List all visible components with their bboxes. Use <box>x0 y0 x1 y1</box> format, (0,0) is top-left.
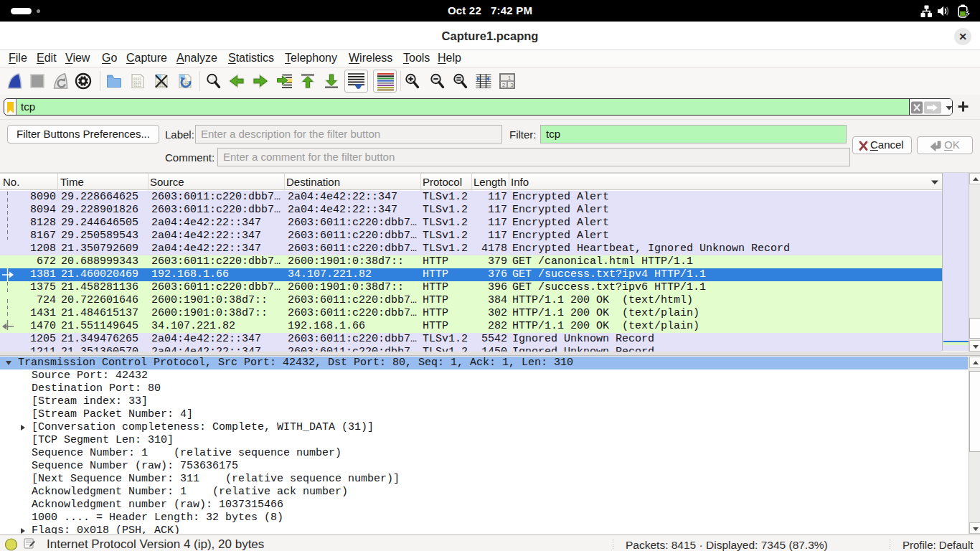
svg-text:0111: 0111 <box>133 84 141 88</box>
svg-text:3: 3 <box>511 82 514 88</box>
svg-text:2: 2 <box>502 82 505 88</box>
svg-text:1: 1 <box>508 75 511 81</box>
